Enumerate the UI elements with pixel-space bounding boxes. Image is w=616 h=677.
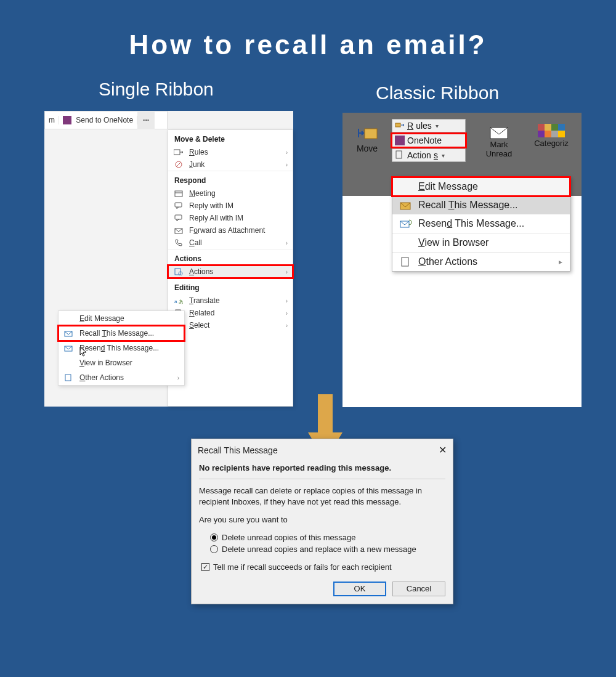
checkbox-tell-me[interactable]: Tell me if recall succeeds or fails for … — [201, 562, 445, 572]
onenote-button[interactable]: OneNote — [392, 134, 466, 147]
recall-icon — [400, 200, 412, 211]
toolbar-fragment: m — [45, 116, 59, 124]
mark-label: Mark — [480, 140, 517, 149]
attachment-icon — [173, 226, 184, 235]
onenote-icon — [63, 116, 71, 124]
rules-button[interactable]: Rules▾ — [392, 119, 466, 132]
move-label: Move — [349, 144, 386, 153]
chevron-right-icon: › — [286, 298, 288, 304]
other-actions-icon — [63, 373, 75, 382]
translate-icon: aあ — [173, 296, 184, 305]
actions-icon — [395, 150, 405, 160]
menu-item-view-browser[interactable]: View in Browser — [392, 233, 570, 252]
calendar-icon — [173, 189, 184, 198]
menu-item-reply-im[interactable]: Reply with IM — [168, 200, 293, 212]
rules-icon — [395, 121, 405, 131]
svg-text:あ: あ — [179, 299, 183, 304]
ok-button[interactable]: OK — [333, 582, 386, 596]
chevron-right-icon: › — [286, 161, 288, 168]
menu-item-edit-message[interactable]: Edit Message — [392, 177, 570, 196]
dialog-status: No recipients have reported reading this… — [199, 463, 445, 472]
menu-item-junk[interactable]: Junk › — [168, 158, 293, 171]
actions-submenu: Edit Message Recall This Message... Rese… — [58, 310, 185, 386]
onenote-icon — [395, 136, 405, 145]
svg-rect-3 — [175, 191, 182, 197]
svg-rect-19 — [395, 123, 400, 127]
recall-dialog: Recall This Message ✕ No recipients have… — [191, 439, 453, 604]
radio-icon — [210, 533, 218, 541]
submenu-item-resend-message[interactable]: Resend This Message... — [59, 341, 184, 355]
resend-icon — [63, 344, 75, 352]
checkbox-label: Tell me if recall succeeds or fails for … — [213, 562, 392, 572]
menu-item-translate[interactable]: aあ Translate › — [168, 294, 293, 307]
dialog-prompt: Are you sure you want to — [199, 514, 445, 525]
more-button[interactable]: ··· — [137, 111, 155, 129]
submenu-item-other-actions[interactable]: Other Actions › — [59, 370, 184, 385]
classic-ribbon-stack: Rules▾ OneNote Actions▾ — [392, 119, 466, 163]
submenu-item-recall-message[interactable]: Recall This Message... — [59, 326, 184, 341]
caret-down-icon: ▾ — [442, 152, 445, 159]
svg-rect-20 — [396, 151, 402, 158]
menu-item-forward-attachment[interactable]: Forward as Attachment — [168, 224, 293, 237]
label-classic-ribbon: Classic Ribbon — [376, 83, 499, 103]
menu-item-related[interactable]: Related › — [168, 307, 293, 319]
svg-text:a: a — [174, 299, 177, 304]
actions-button[interactable]: Actions▾ — [392, 148, 466, 162]
classic-ribbon-panel: Move Rules▾ OneNote Actions▾ Mar — [342, 113, 582, 407]
menu-item-reply-all-im[interactable]: Reply All with IM — [168, 212, 293, 224]
radio-delete-unread[interactable]: Delete unread copies of this message — [210, 533, 445, 542]
menu-header-respond: Respond — [168, 171, 293, 187]
checkbox-icon — [201, 563, 209, 571]
menu-item-call[interactable]: Call › — [168, 237, 293, 249]
mark-unread-button[interactable]: Mark Unread — [480, 124, 517, 158]
menu-item-resend-message[interactable]: Resend This Message... — [392, 214, 570, 233]
menu-item-rules[interactable]: Rules › — [168, 146, 293, 158]
caret-down-icon: ▾ — [436, 123, 439, 129]
chevron-right-icon: › — [177, 375, 179, 381]
svg-rect-6 — [175, 215, 182, 219]
menu-header-move-delete: Move & Delete — [168, 130, 293, 146]
menu-item-recall-message[interactable]: Recall This Message... — [392, 196, 570, 214]
send-to-onenote-button[interactable]: Send to OneNote — [76, 116, 133, 124]
chevron-right-icon: › — [286, 240, 288, 246]
submenu-item-edit-message[interactable]: Edit Message — [59, 311, 184, 326]
categorize-label: Categoriz — [524, 139, 579, 148]
junk-icon — [173, 160, 184, 169]
resend-icon — [400, 218, 412, 229]
chat-icon — [173, 201, 184, 210]
radio-label: Delete unread copies of this message — [222, 533, 356, 542]
cancel-button[interactable]: Cancel — [392, 582, 445, 596]
recall-icon — [63, 329, 75, 338]
unread-label: Unread — [480, 149, 517, 158]
single-ribbon-toolbar: m Send to OneNote ··· — [44, 111, 168, 129]
submenu-item-view-browser[interactable]: View in Browser — [59, 355, 184, 370]
menu-item-actions[interactable]: Actions › — [168, 266, 293, 278]
dialog-title: Recall This Message — [198, 445, 278, 455]
radio-delete-replace[interactable]: Delete unread copies and replace with a … — [210, 545, 445, 554]
menu-header-editing: Editing — [168, 278, 293, 294]
menu-item-meeting[interactable]: Meeting — [168, 187, 293, 200]
chevron-right-icon: › — [286, 310, 288, 317]
menu-item-select[interactable]: Select › — [168, 319, 293, 331]
blank-icon — [63, 314, 75, 323]
menu-header-actions: Actions — [168, 249, 293, 266]
svg-rect-17 — [65, 375, 71, 381]
other-actions-icon — [400, 256, 412, 267]
actions-dropdown-menu: Edit Message Recall This Message... Rese… — [392, 177, 570, 272]
chevron-right-icon: › — [286, 269, 288, 275]
chevron-right-icon: › — [286, 149, 288, 156]
radio-icon — [210, 545, 218, 553]
label-single-ribbon: Single Ribbon — [99, 79, 214, 100]
categorize-button[interactable]: Categoriz — [524, 124, 579, 148]
move-button[interactable]: Move — [349, 124, 386, 153]
svg-rect-0 — [174, 150, 180, 155]
chevron-right-icon: ▸ — [559, 257, 562, 266]
blank-icon — [63, 359, 75, 367]
close-icon[interactable]: ✕ — [439, 444, 447, 456]
overflow-menu: Move & Delete Rules › Junk › Respond Mee… — [168, 129, 293, 407]
page-title: How to recall an email? — [0, 30, 616, 60]
blank-icon — [400, 181, 412, 192]
rules-icon — [173, 148, 184, 156]
menu-item-other-actions[interactable]: Other Actions ▸ — [392, 253, 570, 271]
svg-rect-24 — [402, 257, 408, 266]
